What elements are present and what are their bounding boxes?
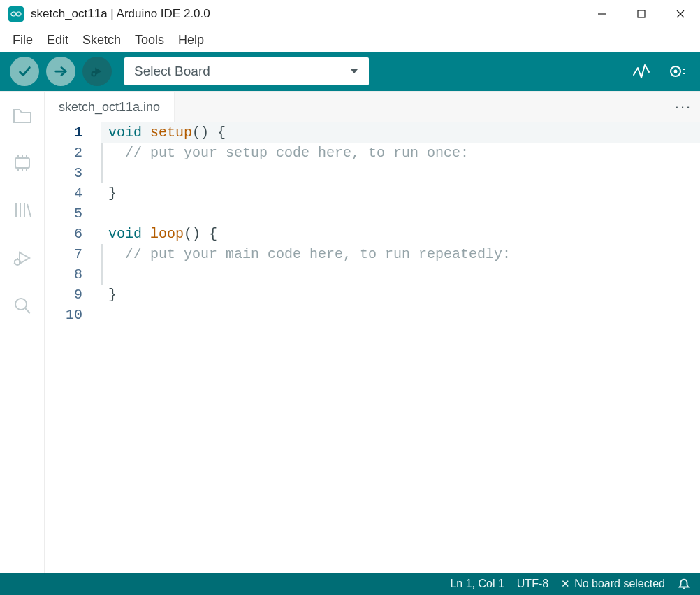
tab-more-button[interactable]: ··· [666,92,700,122]
tab-bar: sketch_oct11a.ino ··· [45,92,700,122]
code-line[interactable]: // put your setup code here, to run once… [101,143,700,163]
editor-area: sketch_oct11a.ino ··· 12345678910 void s… [45,92,700,573]
line-number: 2 [45,143,82,163]
titlebar: sketch_oct11a | Arduino IDE 2.0.0 [0,0,700,28]
chevron-down-icon [349,66,359,76]
line-number: 1 [45,122,82,143]
code-editor[interactable]: 12345678910 void setup() { // put your s… [45,122,700,573]
status-board[interactable]: ✕ No board selected [561,578,665,590]
status-board-label: No board selected [574,578,665,590]
svg-line-11 [92,75,93,76]
folder-icon [11,104,34,127]
upload-button[interactable] [46,57,75,86]
code-line[interactable]: void loop() { [101,224,700,244]
code-content[interactable]: void setup() { // put your setup code he… [101,122,700,573]
board-selector[interactable]: Select Board [124,57,369,85]
ellipsis-icon: ··· [675,98,692,116]
menu-help[interactable]: Help [171,30,211,50]
minimize-button[interactable] [583,0,622,28]
sidebar-explorer[interactable] [6,99,39,132]
status-encoding[interactable]: UTF-8 [517,578,548,590]
menu-tools[interactable]: Tools [128,30,171,50]
close-button[interactable] [661,0,700,28]
svg-point-8 [92,72,96,76]
main-area: sketch_oct11a.ino ··· 12345678910 void s… [0,91,700,573]
menubar: File Edit Sketch Tools Help [0,28,700,52]
status-encoding-label: UTF-8 [517,578,548,590]
svg-line-26 [27,204,31,217]
svg-marker-27 [20,252,29,264]
svg-point-0 [11,12,16,16]
menu-edit[interactable]: Edit [40,30,75,50]
sidebar-debug[interactable] [6,241,39,275]
line-number: 8 [45,264,82,285]
line-number: 9 [45,285,82,305]
line-number-gutter: 12345678910 [45,122,101,573]
sidebar-library-manager[interactable] [6,194,39,227]
status-position-label: Ln 1, Col 1 [450,578,504,590]
svg-line-33 [25,308,30,313]
status-notifications[interactable] [678,578,690,590]
sidebar-boards-manager[interactable] [6,146,39,180]
code-line[interactable] [101,264,700,285]
svg-rect-3 [638,10,645,17]
menu-sketch[interactable]: Sketch [75,30,128,50]
window-title: sketch_oct11a | Arduino IDE 2.0.0 [31,7,210,21]
close-icon: ✕ [561,578,570,590]
menu-file[interactable]: File [6,30,40,50]
svg-point-13 [674,70,678,73]
sidebar-search[interactable] [6,289,39,322]
toolbar: Select Board [0,52,700,91]
debug-button[interactable] [82,57,112,86]
board-icon [11,152,34,174]
debug-icon [11,247,34,269]
svg-line-31 [14,263,15,264]
activity-bar [0,92,45,573]
serial-plotter-button[interactable] [627,57,655,85]
bell-icon [678,578,690,590]
arduino-logo-icon [8,6,24,22]
library-icon [11,199,34,222]
code-line[interactable] [101,163,700,183]
serial-monitor-button[interactable] [662,57,690,85]
line-number: 10 [45,305,82,325]
status-cursor-position[interactable]: Ln 1, Col 1 [450,578,504,590]
line-number: 3 [45,163,82,183]
code-line[interactable]: } [101,183,700,203]
search-icon [11,294,34,317]
code-line[interactable]: void setup() { [101,122,700,143]
status-bar: Ln 1, Col 1 UTF-8 ✕ No board selected [0,573,700,595]
tab-label: sketch_oct11a.ino [59,100,160,115]
code-line[interactable]: } [101,285,700,305]
code-line[interactable] [101,305,700,325]
verify-button[interactable] [10,57,39,86]
svg-line-30 [14,261,15,261]
svg-point-32 [15,299,27,310]
line-number: 6 [45,224,82,244]
code-line[interactable]: // put your main code here, to run repea… [101,244,700,264]
line-number: 7 [45,244,82,264]
svg-line-10 [92,73,93,73]
line-number: 5 [45,203,82,224]
maximize-button[interactable] [622,0,661,28]
code-line[interactable] [101,203,700,224]
tab-active[interactable]: sketch_oct11a.ino [45,92,175,122]
line-number: 4 [45,183,82,203]
board-selector-label: Select Board [134,64,210,79]
svg-point-1 [16,12,21,16]
svg-rect-16 [15,158,29,168]
